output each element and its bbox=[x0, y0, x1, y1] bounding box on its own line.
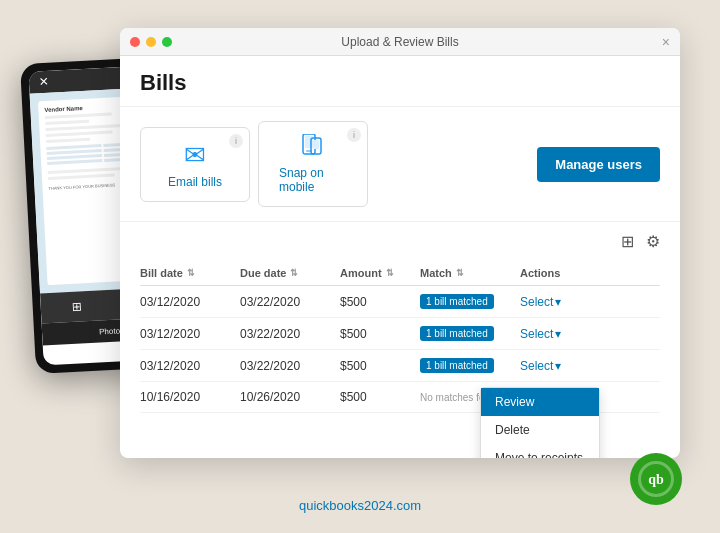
window-close-dot[interactable] bbox=[130, 37, 140, 47]
select-button[interactable]: Select ▾ bbox=[520, 359, 600, 373]
sort-arrow-icon[interactable]: ⇅ bbox=[187, 268, 195, 278]
window-controls bbox=[130, 37, 172, 47]
bill-date-cell: 10/16/2020 bbox=[140, 390, 240, 404]
chevron-down-icon: ▾ bbox=[555, 327, 561, 341]
review-option[interactable]: Review bbox=[481, 388, 599, 416]
email-icon: ✉ bbox=[184, 140, 206, 171]
window-maximize-dot[interactable] bbox=[162, 37, 172, 47]
actions-cell: Select ▾ bbox=[520, 295, 600, 309]
snap-mobile-option[interactable]: i Snap on mobile bbox=[258, 121, 368, 207]
info-icon-2: i bbox=[347, 128, 361, 142]
col-match: Match ⇅ bbox=[420, 267, 520, 279]
invoice-line bbox=[46, 131, 113, 137]
table-row: 03/12/2020 03/22/2020 $500 1 bill matche… bbox=[140, 350, 660, 382]
actions-cell: Select ▾ bbox=[520, 327, 600, 341]
window-close-button[interactable]: × bbox=[662, 34, 670, 50]
match-badge: 1 bill matched bbox=[420, 294, 494, 309]
filter-icon[interactable]: ⊞ bbox=[621, 232, 634, 251]
svg-text:qb: qb bbox=[648, 472, 664, 487]
bill-date-cell: 03/12/2020 bbox=[140, 327, 240, 341]
settings-icon[interactable]: ⚙ bbox=[646, 232, 660, 251]
match-badge: 1 bill matched bbox=[420, 326, 494, 341]
bills-header: Bills bbox=[120, 56, 680, 107]
match-badge: 1 bill matched bbox=[420, 358, 494, 373]
table-header: Bill date ⇅ Due date ⇅ Amount ⇅ Match ⇅ … bbox=[140, 261, 660, 286]
sort-arrow-icon-3[interactable]: ⇅ bbox=[386, 268, 394, 278]
match-cell: 1 bill matched bbox=[420, 358, 520, 373]
window-titlebar: Upload & Review Bills × bbox=[120, 28, 680, 56]
table-toolbar: ⊞ ⚙ bbox=[140, 222, 660, 261]
match-cell: 1 bill matched bbox=[420, 326, 520, 341]
window-content: Bills i ✉ Email bills i bbox=[120, 56, 680, 413]
bill-date-cell: 03/12/2020 bbox=[140, 359, 240, 373]
amount-cell: $500 bbox=[340, 390, 420, 404]
table-row: 03/12/2020 03/22/2020 $500 1 bill matche… bbox=[140, 318, 660, 350]
table-row: 03/12/2020 03/22/2020 $500 1 bill matche… bbox=[140, 286, 660, 318]
move-to-receipts-option[interactable]: Move to receipts bbox=[481, 444, 599, 459]
due-date-cell: 03/22/2020 bbox=[240, 327, 340, 341]
sort-arrow-icon-2[interactable]: ⇅ bbox=[290, 268, 298, 278]
qb-logo-icon: qb bbox=[638, 461, 674, 497]
invoice-line bbox=[45, 120, 89, 125]
sort-arrow-icon-4[interactable]: ⇅ bbox=[456, 268, 464, 278]
due-date-cell: 03/22/2020 bbox=[240, 295, 340, 309]
delete-option[interactable]: Delete bbox=[481, 416, 599, 444]
match-cell: 1 bill matched bbox=[420, 294, 520, 309]
select-button[interactable]: Select ▾ bbox=[520, 295, 600, 309]
manage-users-button[interactable]: Manage users bbox=[537, 147, 660, 182]
bill-date-cell: 03/12/2020 bbox=[140, 295, 240, 309]
svg-rect-4 bbox=[313, 140, 319, 149]
mobile-icon bbox=[301, 134, 325, 162]
select-button[interactable]: Select ▾ bbox=[520, 327, 600, 341]
amount-cell: $500 bbox=[340, 359, 420, 373]
window-title: Upload & Review Bills bbox=[341, 35, 458, 49]
quickbooks-logo: qb bbox=[630, 453, 682, 505]
phone-gallery-icon: ⊞ bbox=[71, 299, 82, 314]
col-actions: Actions bbox=[520, 267, 600, 279]
email-bills-option[interactable]: i ✉ Email bills bbox=[140, 127, 250, 202]
app-window: Upload & Review Bills × Bills i ✉ Email … bbox=[120, 28, 680, 458]
invoice-cell bbox=[47, 159, 102, 165]
page-title: Bills bbox=[140, 70, 660, 96]
amount-cell: $500 bbox=[340, 295, 420, 309]
due-date-cell: 03/22/2020 bbox=[240, 359, 340, 373]
footer-website: quickbooks2024.com bbox=[299, 498, 421, 513]
phone-close-icon: ✕ bbox=[39, 75, 50, 90]
due-date-cell: 10/26/2020 bbox=[240, 390, 340, 404]
table-section: ⊞ ⚙ Bill date ⇅ Due date ⇅ Amount ⇅ M bbox=[120, 222, 680, 413]
snap-mobile-label: Snap on mobile bbox=[279, 166, 347, 194]
col-bill-date: Bill date ⇅ bbox=[140, 267, 240, 279]
invoice-line bbox=[46, 138, 90, 143]
email-bills-label: Email bills bbox=[168, 175, 222, 189]
col-due-date: Due date ⇅ bbox=[240, 267, 340, 279]
invoice-line bbox=[48, 173, 115, 179]
window-minimize-dot[interactable] bbox=[146, 37, 156, 47]
chevron-down-icon: ▾ bbox=[555, 295, 561, 309]
actions-dropdown: Review Delete Move to receipts bbox=[480, 387, 600, 459]
invoice-line bbox=[45, 113, 112, 119]
amount-cell: $500 bbox=[340, 327, 420, 341]
upload-section: i ✉ Email bills i Snap on mobile bbox=[120, 107, 680, 222]
info-icon: i bbox=[229, 134, 243, 148]
actions-cell: Select ▾ Review Delete Move to receipts bbox=[520, 359, 600, 373]
chevron-down-icon: ▾ bbox=[555, 359, 561, 373]
col-amount: Amount ⇅ bbox=[340, 267, 420, 279]
